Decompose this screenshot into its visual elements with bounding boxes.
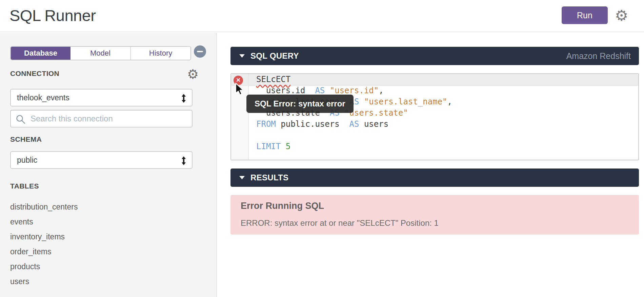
tab-database[interactable]: Database bbox=[11, 47, 71, 60]
minus-icon bbox=[197, 51, 203, 52]
tab-model[interactable]: Model bbox=[71, 47, 130, 60]
sidebar-tab-group: Database Model History bbox=[10, 46, 191, 60]
collapse-triangle-icon bbox=[239, 176, 245, 179]
collapse-sidebar-button[interactable] bbox=[194, 45, 206, 58]
connection-heading: CONNECTION bbox=[10, 70, 59, 78]
schema-heading: SCHEMA bbox=[10, 135, 42, 143]
table-item-products[interactable]: products bbox=[10, 259, 200, 274]
table-item-events[interactable]: events bbox=[10, 214, 200, 229]
run-button[interactable]: Run bbox=[562, 6, 608, 24]
page-title: SQL Runner bbox=[9, 6, 96, 25]
connection-select[interactable]: thelook_events bbox=[10, 89, 193, 106]
settings-gear-icon[interactable]: ⚙ bbox=[615, 5, 628, 26]
error-panel: Error Running SQL ERROR: syntax error at… bbox=[230, 195, 639, 235]
code-line-7: LIMIT 5 bbox=[256, 141, 638, 152]
code-line-6 bbox=[256, 130, 638, 141]
tab-history[interactable]: History bbox=[130, 47, 190, 60]
schema-select[interactable]: public bbox=[10, 151, 193, 169]
sql-query-panel-title: SQL QUERY bbox=[250, 51, 299, 61]
table-item-inventory-items[interactable]: inventory_items bbox=[10, 229, 200, 244]
schema-select-value: public bbox=[17, 152, 37, 168]
code-line-1: SELcECT bbox=[256, 74, 638, 85]
sql-error-tooltip: SQL Error: syntax error bbox=[246, 95, 354, 113]
connection-search bbox=[10, 110, 193, 127]
table-item-users[interactable]: users bbox=[10, 274, 200, 289]
sql-query-panel-bar[interactable]: SQL QUERY Amazon Redshift bbox=[230, 47, 639, 65]
search-icon bbox=[16, 115, 25, 124]
table-item-distribution-centers[interactable]: distribution_centers bbox=[10, 199, 200, 214]
code-line-5: FROM public.users AS users bbox=[256, 119, 638, 130]
results-panel-title: RESULTS bbox=[250, 173, 288, 182]
tables-heading: TABLES bbox=[10, 182, 39, 190]
collapse-triangle-icon bbox=[239, 54, 245, 58]
connection-gear-icon[interactable]: ⚙ bbox=[187, 67, 199, 82]
search-input[interactable] bbox=[30, 111, 189, 127]
results-panel-bar[interactable]: RESULTS bbox=[230, 169, 639, 187]
updown-arrow-icon bbox=[181, 94, 186, 103]
sql-error-token: SELcECT bbox=[256, 75, 290, 84]
sql-editor[interactable]: ✕ SELcECT users.id AS "users.id", users.… bbox=[230, 73, 639, 160]
app-header: SQL Runner Run ⚙ bbox=[0, 0, 644, 32]
updown-arrow-icon bbox=[181, 156, 186, 165]
error-title: Error Running SQL bbox=[241, 201, 629, 211]
connection-select-value: thelook_events bbox=[17, 90, 69, 106]
dialect-label: Amazon Redshift bbox=[566, 51, 631, 61]
mouse-cursor bbox=[235, 83, 245, 96]
table-list: distribution_centers events inventory_it… bbox=[10, 199, 200, 289]
table-item-order-items[interactable]: order_items bbox=[10, 244, 200, 259]
main-content: SQL QUERY Amazon Redshift ✕ SELcECT user… bbox=[218, 33, 644, 297]
sql-code: SELcECT users.id AS "users.id", users.la… bbox=[249, 74, 638, 152]
sidebar: Database Model History CONNECTION ⚙ thel… bbox=[0, 33, 217, 297]
error-message: ERROR: syntax error at or near "SELcECT"… bbox=[241, 218, 629, 228]
